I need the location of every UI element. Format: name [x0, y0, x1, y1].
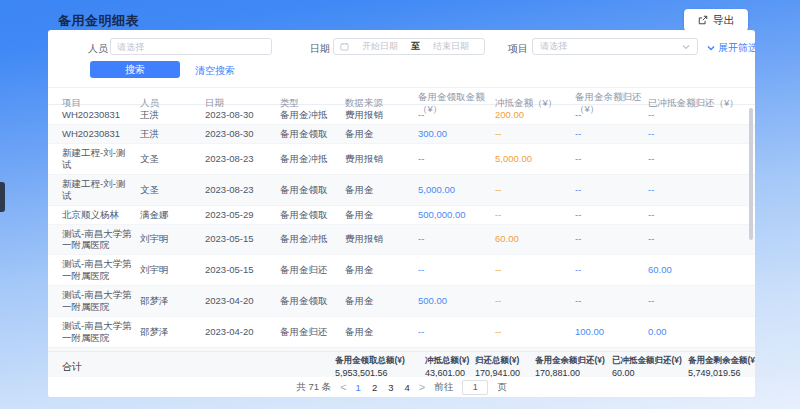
summary-item-label: 冲抵总额(¥) — [425, 355, 469, 367]
cell-balance-return: -- — [575, 292, 648, 310]
table-row: 新建工程-刘-测试文圣2023-08-23备用金领取备用金5,000.00---… — [48, 175, 755, 206]
cell-received: -- — [418, 150, 495, 168]
cell-offset: 5,000.00 — [495, 150, 575, 168]
cell-date: 2023-05-15 — [205, 261, 280, 279]
cell-source: 备用金 — [345, 261, 418, 279]
cell-date: 2023-04-20 — [205, 323, 280, 341]
table-body[interactable]: WH20230831王洪2023-08-30备用金冲抵费用报销--200.00-… — [48, 106, 755, 351]
sidebar-collapse-handle[interactable] — [0, 182, 5, 212]
summary-item-label: 归还总额(¥) — [475, 355, 520, 367]
cell-balance-return: -- — [575, 125, 648, 143]
date-range-input[interactable]: 开始日期 至 结束日期 — [333, 38, 485, 55]
project-filter-label: 项目 — [508, 42, 528, 56]
page-number-4[interactable]: 4 — [404, 382, 409, 393]
export-icon — [698, 15, 708, 25]
cell-type: 备用金冲抵 — [280, 230, 345, 248]
cell-date: 2023-04-20 — [205, 292, 280, 310]
cell-offset: -- — [495, 292, 575, 310]
table-row: 测试-南昌大学第一附属医院邵梦泽2023-04-20备用金领取备用金500.00… — [48, 286, 755, 317]
cell-offset-return: -- — [648, 206, 755, 224]
summary-item-label: 备用金剩余金额(¥) — [688, 355, 755, 367]
cell-project: WH20230831 — [62, 125, 140, 143]
cell-project: 北京顺义杨林 — [62, 206, 140, 224]
table-row: WH20230831王洪2023-08-30备用金冲抵费用报销--200.00-… — [48, 106, 755, 125]
page-number-3[interactable]: 3 — [388, 382, 393, 393]
cell-received: -- — [418, 323, 495, 341]
cell-balance-return: 100.00 — [575, 323, 648, 341]
cell-project: 测试-南昌大学第一附属医院 — [62, 225, 140, 255]
table-row: 测试-南昌大学第一附属医院邵梦泽2023-04-20备用金归还备用金----10… — [48, 317, 755, 348]
cell-received: 500,000.00 — [418, 206, 495, 224]
cell-offset-return: -- — [648, 230, 755, 248]
cell-person: 邵梦泽 — [140, 323, 205, 341]
cell-received: -- — [418, 230, 495, 248]
cell-type: 备用金归还 — [280, 323, 345, 341]
cell-source: 备用金 — [345, 125, 418, 143]
prev-page-button[interactable]: < — [340, 382, 346, 393]
calendar-icon — [340, 42, 349, 51]
next-page-button[interactable]: > — [419, 382, 425, 393]
export-button[interactable]: 导出 — [684, 9, 748, 31]
summary-item: 备用金余额归还(¥)170,881.00 — [535, 355, 605, 378]
cell-offset-return: 60.00 — [648, 261, 755, 279]
page-title: 备用金明细表 — [58, 12, 139, 30]
person-filter-label: 人员 — [88, 42, 108, 56]
table-row: 测试-南昌大学第一附属医院刘宇明2023-05-15备用金归还备用金------… — [48, 255, 755, 286]
cell-date: 2023-08-23 — [205, 181, 280, 199]
table-scrollbar[interactable] — [749, 108, 753, 240]
cell-offset-return: -- — [648, 181, 755, 199]
cell-date: 2023-05-29 — [205, 206, 280, 224]
chevron-down-icon — [707, 45, 715, 51]
goto-page-input[interactable] — [462, 380, 488, 395]
date-separator: 至 — [411, 40, 420, 53]
cell-balance-return: -- — [575, 206, 648, 224]
cell-offset-return: -- — [648, 106, 755, 124]
cell-person: 文圣 — [140, 150, 205, 168]
date-filter-label: 日期 — [310, 42, 330, 56]
cell-offset: 60.00 — [495, 230, 575, 248]
search-button[interactable]: 搜索 — [90, 61, 180, 78]
total-label: 合计 — [62, 360, 82, 374]
cell-source: 备用金 — [345, 323, 418, 341]
cell-offset: -- — [495, 206, 575, 224]
table-row: WH20230831王洪2023-08-30备用金领取备用金300.00----… — [48, 125, 755, 144]
page-number-1[interactable]: 1 — [356, 382, 361, 393]
summary-item-label: 备用金领取总额(¥) — [335, 355, 405, 367]
person-filter-input[interactable] — [110, 38, 272, 55]
page-list: 1234 — [356, 382, 410, 393]
project-select-placeholder: 请选择 — [540, 40, 567, 53]
summary-item-label: 已冲抵金额归还(¥) — [612, 355, 682, 367]
cell-date: 2023-08-23 — [205, 150, 280, 168]
cell-received: 300.00 — [418, 125, 495, 143]
cell-type: 备用金领取 — [280, 292, 345, 310]
cell-offset: 200.00 — [495, 106, 575, 124]
cell-date: 2023-05-15 — [205, 230, 280, 248]
clear-search-link[interactable]: 清空搜索 — [195, 64, 235, 78]
cell-project: 测试-南昌大学第一附属医院 — [62, 286, 140, 316]
cell-project: WH20230831 — [62, 106, 140, 124]
goto-label-suffix: 页 — [497, 381, 507, 394]
project-filter-select[interactable]: 请选择 — [532, 38, 698, 55]
cell-project: 测试-南昌大学第一附属医院 — [62, 317, 140, 347]
filter-bar: 人员 日期 开始日期 至 结束日期 项目 请选择 展开筛选 搜索 清空搜索 — [48, 30, 755, 85]
expand-filter-link[interactable]: 展开筛选 — [707, 41, 755, 55]
total-count: 共 71 条 — [296, 381, 331, 394]
table-row: 北京顺义杨林满金娜2023-05-29备用金领取备用金500,000.00---… — [48, 206, 755, 225]
cell-project: 测试-南昌大学第一附属医院 — [62, 255, 140, 285]
cell-received: -- — [418, 106, 495, 124]
content-card: 人员 日期 开始日期 至 结束日期 项目 请选择 展开筛选 搜索 清空搜索 项目 — [48, 30, 755, 397]
summary-item: 已冲抵金额归还(¥)60.00 — [612, 355, 682, 378]
cell-offset-return: -- — [648, 292, 755, 310]
cell-offset: -- — [495, 181, 575, 199]
table-row: 测试-南昌大学第一附属医院刘宇明2023-05-15备用金冲抵费用报销--60.… — [48, 225, 755, 256]
date-end-placeholder: 结束日期 — [424, 40, 478, 53]
cell-offset: -- — [495, 125, 575, 143]
page-number-2[interactable]: 2 — [372, 382, 377, 393]
cell-type: 备用金领取 — [280, 206, 345, 224]
summary-item: 冲抵总额(¥)43,601.00 — [425, 355, 469, 378]
goto-label-prefix: 前往 — [434, 381, 453, 394]
summary-item: 备用金领取总额(¥)5,953,501.56 — [335, 355, 405, 378]
cell-date: 2023-08-30 — [205, 106, 280, 124]
cell-offset: -- — [495, 323, 575, 341]
cell-project: 新建工程-刘-测试 — [62, 144, 140, 174]
